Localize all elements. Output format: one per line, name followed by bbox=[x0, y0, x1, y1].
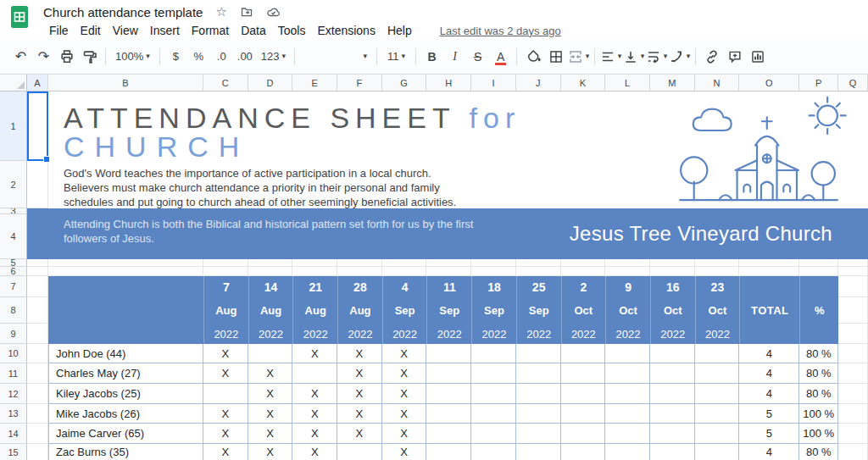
row-header-11[interactable]: 11 bbox=[0, 363, 27, 384]
menu-format[interactable]: Format bbox=[186, 24, 235, 37]
row-header-12[interactable]: 12 bbox=[0, 384, 27, 404]
cell-K5[interactable] bbox=[561, 259, 606, 267]
menu-insert[interactable]: Insert bbox=[144, 24, 186, 37]
attendance-mark-cell[interactable] bbox=[650, 404, 695, 424]
column-header-N[interactable]: N bbox=[695, 75, 740, 91]
cell-Q8[interactable] bbox=[838, 297, 868, 324]
total-value-cell[interactable]: 5 bbox=[739, 424, 799, 444]
attendance-mark-cell[interactable]: X bbox=[382, 384, 427, 404]
attendance-mark-cell[interactable] bbox=[337, 444, 382, 460]
attendance-mark-cell[interactable] bbox=[248, 344, 293, 363]
attendance-mark-cell[interactable] bbox=[650, 363, 695, 384]
column-header-I[interactable]: I bbox=[471, 75, 516, 91]
attendance-mark-cell[interactable] bbox=[426, 444, 471, 460]
column-header-K[interactable]: K bbox=[561, 75, 606, 91]
attendance-mark-cell[interactable]: X bbox=[203, 444, 248, 460]
attendance-mark-cell[interactable] bbox=[561, 404, 606, 424]
column-header-M[interactable]: M bbox=[650, 75, 695, 91]
attendance-mark-cell[interactable] bbox=[426, 404, 471, 424]
member-name-cell[interactable]: Zac Burns (35) bbox=[48, 444, 203, 460]
borders-button[interactable] bbox=[544, 45, 567, 69]
cell-M5[interactable] bbox=[650, 259, 695, 267]
column-header-Q[interactable]: Q bbox=[838, 75, 868, 91]
attendance-mark-cell[interactable] bbox=[426, 384, 471, 404]
format-currency-button[interactable]: $ bbox=[164, 45, 187, 69]
row-header-2[interactable]: 2 bbox=[0, 161, 27, 208]
text-color-button[interactable]: A bbox=[489, 45, 512, 69]
text-rotation-button[interactable]: ▾ bbox=[668, 45, 691, 69]
select-all-corner[interactable] bbox=[0, 75, 27, 91]
attendance-mark-cell[interactable] bbox=[426, 344, 471, 363]
attendance-mark-cell[interactable]: X bbox=[382, 424, 427, 444]
attendance-mark-cell[interactable] bbox=[471, 444, 516, 460]
percent-value-cell[interactable]: 100 % bbox=[799, 424, 838, 444]
attendance-mark-cell[interactable]: X bbox=[292, 444, 337, 460]
attendance-mark-cell[interactable]: X bbox=[203, 344, 248, 363]
cell-Q15[interactable] bbox=[838, 444, 868, 460]
attendance-mark-cell[interactable] bbox=[650, 344, 695, 363]
attendance-mark-cell[interactable] bbox=[650, 424, 695, 444]
attendance-mark-cell[interactable] bbox=[605, 384, 650, 404]
cell-B6[interactable] bbox=[48, 267, 203, 276]
attendance-mark-cell[interactable]: X bbox=[337, 384, 382, 404]
cell-E6[interactable] bbox=[292, 267, 337, 276]
total-value-cell[interactable]: 4 bbox=[739, 384, 799, 404]
attendance-mark-cell[interactable] bbox=[605, 404, 650, 424]
attendance-mark-cell[interactable] bbox=[695, 404, 740, 424]
total-value-cell[interactable]: 4 bbox=[739, 344, 799, 363]
cell-A13[interactable] bbox=[27, 404, 48, 424]
column-header-G[interactable]: G bbox=[382, 75, 427, 91]
cell-A5[interactable] bbox=[27, 259, 48, 267]
font-family-select[interactable]: ▾ bbox=[299, 45, 372, 69]
cell-Q9[interactable] bbox=[838, 324, 868, 344]
cloud-saved-status-icon[interactable] bbox=[266, 5, 281, 19]
cell-L5[interactable] bbox=[605, 259, 650, 267]
member-name-cell[interactable]: Kiley Jacobs (25) bbox=[48, 384, 203, 404]
cell-Q6[interactable] bbox=[838, 267, 868, 276]
cell-A15[interactable] bbox=[27, 444, 48, 460]
cell-A10[interactable] bbox=[27, 344, 48, 363]
attendance-mark-cell[interactable]: X bbox=[203, 424, 248, 444]
attendance-mark-cell[interactable]: X bbox=[292, 404, 337, 424]
row-header-13[interactable]: 13 bbox=[0, 404, 27, 424]
row-header-15[interactable]: 15 bbox=[0, 444, 27, 460]
attendance-mark-cell[interactable]: X bbox=[292, 344, 337, 363]
percent-value-cell[interactable]: 100 % bbox=[799, 404, 838, 424]
attendance-mark-cell[interactable] bbox=[561, 363, 606, 384]
strikethrough-button[interactable]: S bbox=[466, 45, 489, 69]
cell-G5[interactable] bbox=[382, 259, 427, 267]
cell-A11[interactable] bbox=[27, 363, 48, 384]
attendance-mark-cell[interactable]: X bbox=[248, 404, 293, 424]
row-header-3[interactable]: 3 bbox=[0, 208, 27, 214]
menu-view[interactable]: View bbox=[107, 24, 144, 37]
cell-K6[interactable] bbox=[561, 267, 606, 276]
insert-comment-button[interactable] bbox=[723, 45, 746, 69]
attendance-mark-cell[interactable] bbox=[471, 344, 516, 363]
print-button[interactable] bbox=[55, 45, 78, 69]
attendance-mark-cell[interactable] bbox=[471, 363, 516, 384]
attendance-mark-cell[interactable] bbox=[292, 363, 337, 384]
attendance-mark-cell[interactable] bbox=[605, 444, 650, 460]
attendance-mark-cell[interactable]: X bbox=[292, 424, 337, 444]
row-header-6[interactable]: 6 bbox=[0, 267, 27, 276]
attendance-mark-cell[interactable]: X bbox=[382, 344, 427, 363]
cell-G6[interactable] bbox=[382, 267, 427, 276]
horizontal-align-button[interactable]: ▾ bbox=[599, 45, 622, 69]
cell-A2[interactable] bbox=[27, 161, 48, 208]
attendance-mark-cell[interactable]: X bbox=[248, 424, 293, 444]
cell-Q10[interactable] bbox=[838, 344, 868, 363]
last-edit-link[interactable]: Last edit was 2 days ago bbox=[440, 25, 561, 37]
cell-Q5[interactable] bbox=[838, 259, 868, 267]
total-value-cell[interactable]: 5 bbox=[739, 404, 799, 424]
cell-M6[interactable] bbox=[650, 267, 695, 276]
cell-A8[interactable] bbox=[27, 297, 48, 324]
attendance-mark-cell[interactable] bbox=[471, 424, 516, 444]
cell-J5[interactable] bbox=[516, 259, 561, 267]
attendance-mark-cell[interactable]: X bbox=[337, 363, 382, 384]
attendance-mark-cell[interactable] bbox=[650, 444, 695, 460]
attendance-mark-cell[interactable]: X bbox=[203, 404, 248, 424]
cell-D6[interactable] bbox=[248, 267, 293, 276]
attendance-mark-cell[interactable] bbox=[516, 344, 561, 363]
attendance-mark-cell[interactable]: X bbox=[337, 344, 382, 363]
attendance-mark-cell[interactable] bbox=[605, 363, 650, 384]
